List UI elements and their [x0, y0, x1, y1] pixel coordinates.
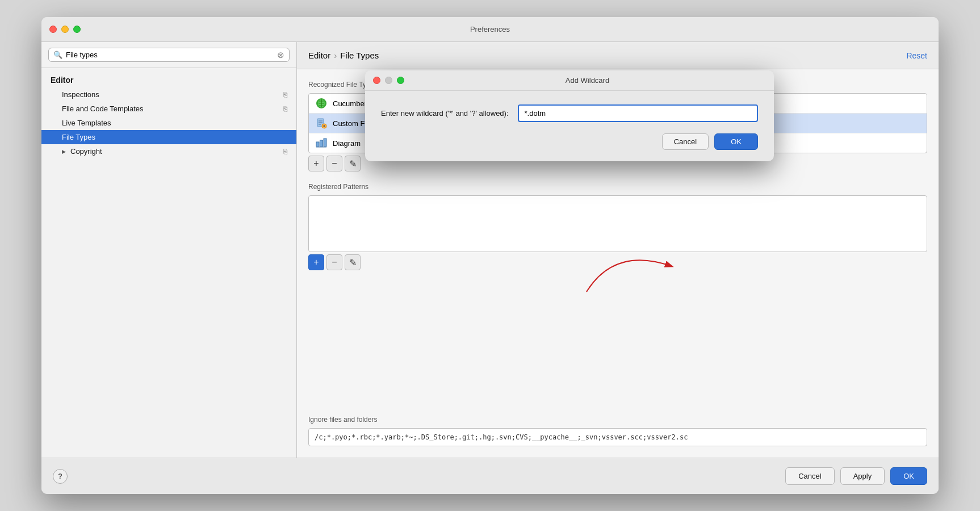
registered-patterns-list [308, 195, 927, 252]
sidebar-item-live-templates[interactable]: Live Templates [41, 116, 296, 130]
dialog-ok-button[interactable]: OK [714, 133, 758, 150]
traffic-lights [49, 26, 81, 33]
sidebar-item-copyright[interactable]: ▶ Copyright ⎘ [41, 144, 296, 158]
ignore-section-label: Ignore files and folders [308, 416, 927, 424]
expand-triangle-icon: ▶ [62, 149, 66, 154]
copy-icon-copyright: ⎘ [283, 148, 287, 156]
editor-label: Editor [51, 76, 73, 85]
footer-buttons: Cancel Apply OK [785, 467, 927, 485]
search-clear-icon[interactable]: ⊗ [277, 51, 284, 59]
dialog-buttons: Cancel OK [381, 133, 758, 150]
preferences-window: Preferences 🔍 ⊗ Editor Inspections [41, 17, 939, 494]
footer: ? Cancel Apply OK [41, 458, 939, 494]
minimize-button[interactable] [61, 26, 69, 33]
dialog-cancel-button[interactable]: Cancel [662, 133, 709, 150]
ignore-input[interactable] [308, 428, 927, 446]
search-bar: 🔍 ⊗ [41, 42, 296, 68]
dialog-label: Enter new wildcard ('*' and '?' allowed)… [381, 109, 509, 118]
help-button[interactable]: ? [53, 469, 68, 484]
file-code-templates-label: File and Code Templates [62, 104, 144, 113]
svg-rect-15 [324, 139, 326, 146]
reset-button[interactable]: Reset [906, 51, 927, 60]
footer-ok-button[interactable]: OK [890, 467, 927, 485]
right-header: Editor › File Types Reset [297, 42, 939, 69]
breadcrumb-current: File Types [340, 51, 379, 60]
sidebar-tree: Editor Inspections ⎘ File and Code Templ… [41, 68, 296, 458]
dialog-title-bar: Add Wildcard [365, 70, 774, 91]
title-bar: Preferences [41, 17, 939, 42]
live-templates-label: Live Templates [62, 119, 111, 127]
search-input[interactable] [66, 51, 274, 59]
remove-pattern-button[interactable]: − [326, 254, 342, 270]
ignore-section: Ignore files and folders [308, 416, 927, 446]
dialog-input-row: Enter new wildcard ('*' and '?' allowed)… [381, 104, 758, 122]
svg-rect-14 [320, 140, 323, 146]
file-types-label: File Types [62, 133, 95, 141]
sidebar-item-inspections[interactable]: Inspections ⎘ [41, 87, 296, 102]
dialog-title: Add Wildcard [409, 76, 766, 85]
sidebar-item-editor[interactable]: Editor [41, 73, 296, 87]
copy-icon-file-templates: ⎘ [283, 105, 287, 113]
dialog-wildcard-input[interactable] [518, 104, 758, 122]
dialog-maximize-button[interactable] [397, 77, 404, 84]
patterns-toolbar: + − ✎ [308, 252, 927, 273]
svg-rect-13 [316, 142, 319, 146]
right-panel: Editor › File Types Reset Recognized Fil… [297, 42, 939, 458]
footer-cancel-button[interactable]: Cancel [785, 467, 834, 485]
breadcrumb-parent: Editor [308, 51, 330, 60]
diagram-icon [316, 137, 327, 149]
dialog-close-button[interactable] [373, 77, 380, 84]
maximize-button[interactable] [73, 26, 81, 33]
sidebar: 🔍 ⊗ Editor Inspections ⎘ File and Code T… [41, 42, 297, 458]
copyright-label: Copyright [70, 147, 102, 156]
add-file-type-button[interactable]: + [308, 156, 324, 171]
edit-file-type-button[interactable]: ✎ [345, 156, 361, 171]
dialog-minimize-button[interactable] [385, 77, 392, 84]
breadcrumb-separator: › [334, 51, 337, 60]
remove-file-type-button[interactable]: − [326, 156, 342, 171]
sidebar-item-file-and-code-templates[interactable]: File and Code Templates ⎘ [41, 102, 296, 116]
registered-section: Registered Patterns + − ✎ [308, 183, 927, 402]
edit-pattern-button[interactable]: ✎ [345, 254, 361, 270]
window-title: Preferences [470, 25, 510, 33]
add-pattern-button[interactable]: + [308, 254, 324, 270]
diagram-name: Diagram [333, 139, 361, 148]
cucumber-icon [316, 98, 327, 109]
inspections-label: Inspections [62, 90, 99, 99]
breadcrumb: Editor › File Types [308, 51, 906, 60]
custom-file-icon [316, 118, 327, 129]
copy-icon-inspections: ⎘ [283, 91, 287, 99]
sidebar-item-file-types[interactable]: File Types [41, 130, 296, 144]
close-button[interactable] [49, 26, 57, 33]
search-icon: 🔍 [53, 51, 62, 59]
main-content: 🔍 ⊗ Editor Inspections ⎘ File and Code T… [41, 42, 939, 458]
search-wrapper: 🔍 ⊗ [48, 48, 290, 62]
add-wildcard-dialog: Add Wildcard Enter new wildcard ('*' and… [365, 70, 774, 161]
registered-section-label: Registered Patterns [308, 183, 927, 191]
dialog-body: Enter new wildcard ('*' and '?' allowed)… [365, 91, 774, 161]
footer-apply-button[interactable]: Apply [840, 467, 885, 485]
